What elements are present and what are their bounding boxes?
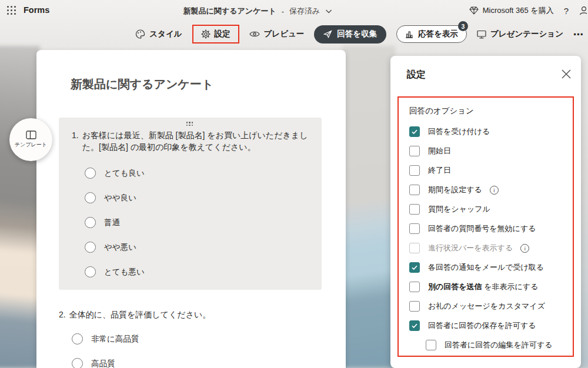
radio-button[interactable] <box>85 168 96 179</box>
preview-button[interactable]: プレビュー <box>249 29 305 39</box>
presentation-label: プレゼンテーション <box>490 29 563 39</box>
settings-label: 設定 <box>215 29 230 39</box>
checkbox-unchecked[interactable] <box>409 165 420 176</box>
radio-option-label: とても良い <box>104 168 145 179</box>
background-photo-middle <box>342 46 395 368</box>
question-2-block[interactable]: 2. 全体的に、品質を評価してください。 非常に高品質高品質 <box>59 307 322 368</box>
palette-icon <box>135 29 145 39</box>
q2-option-0[interactable]: 非常に高品質 <box>72 333 322 344</box>
collect-label: 回答を収集 <box>337 29 377 39</box>
gear-icon <box>201 29 211 39</box>
radio-button[interactable] <box>72 358 83 368</box>
response-options-annotation-box: 回答のオプション 回答を受け付ける開始日終了日期間を設定するi質問をシャッフル回… <box>397 96 574 357</box>
title-separator: - <box>282 7 284 16</box>
radio-button[interactable] <box>85 192 96 203</box>
settings-options-list: 回答を受け付ける開始日終了日期間を設定するi質問をシャッフル回答者の質問番号を無… <box>409 126 564 350</box>
checkmark-icon <box>411 322 418 329</box>
checkbox-unchecked[interactable] <box>409 146 420 156</box>
settings-option-5[interactable]: 回答者の質問番号を無効にする <box>409 223 564 234</box>
buy-microsoft365-button[interactable]: Microsoft 365 を購入 <box>469 5 554 16</box>
info-icon[interactable]: i <box>490 186 499 195</box>
collect-responses-button[interactable]: 回答を収集 <box>314 25 386 44</box>
settings-option-label: 回答者の質問番号を無効にする <box>428 223 536 234</box>
radio-option-label: 高品質 <box>91 359 115 368</box>
settings-option-label: お礼のメッセージをカスタマイズ <box>428 301 545 312</box>
checkbox-unchecked[interactable] <box>409 204 420 215</box>
settings-option-3[interactable]: 期間を設定するi <box>409 185 564 195</box>
top-app-bar: Forms 新製品に関するアンケート - 保存済み Microsoft 365 … <box>0 0 588 21</box>
responses-count-badge: 3 <box>458 21 468 31</box>
app-launcher-waffle-icon[interactable] <box>7 6 16 15</box>
template-layout-icon <box>26 131 36 139</box>
settings-option-label: 終了日 <box>428 165 451 176</box>
question-1-body: お客様には最近、新製品 [製品名] をお買い上げいただきました。[製品名] の最… <box>82 129 309 153</box>
drag-handle-icon[interactable] <box>186 122 195 126</box>
settings-option-4[interactable]: 質問をシャッフル <box>409 204 564 215</box>
q1-option-2[interactable]: 普通 <box>85 217 309 228</box>
checkbox-checked[interactable] <box>409 262 420 273</box>
question-1-block[interactable]: 1. お客様には最近、新製品 [製品名] をお買い上げいただきました。[製品名]… <box>59 118 322 290</box>
settings-option-label: 開始日 <box>428 146 451 156</box>
view-responses-button[interactable]: 応答を表示 3 <box>396 25 467 43</box>
question-2-body: 全体的に、品質を評価してください。 <box>69 309 211 320</box>
question-2-number: 2. <box>59 309 66 320</box>
settings-annotation-box: 設定 <box>192 25 239 44</box>
settings-option-9[interactable]: お礼のメッセージをカスタマイズ <box>409 301 564 312</box>
radio-button[interactable] <box>85 242 96 253</box>
checkbox-unchecked[interactable] <box>409 282 420 292</box>
close-icon[interactable] <box>561 69 572 79</box>
template-fab-button[interactable]: テンプレート <box>9 118 52 161</box>
forms-app-window: Forms 新製品に関するアンケート - 保存済み Microsoft 365 … <box>0 0 588 368</box>
radio-option-label: やや良い <box>104 193 136 203</box>
account-button[interactable] <box>579 5 587 16</box>
form-title[interactable]: 新製品に関するアンケート <box>71 76 213 92</box>
background-photo-left <box>0 46 40 368</box>
q2-option-1[interactable]: 高品質 <box>72 358 322 368</box>
checkbox-checked[interactable] <box>409 320 420 331</box>
bar-chart-icon <box>405 31 413 38</box>
settings-button[interactable]: 設定 <box>201 29 230 39</box>
help-button[interactable]: ? <box>563 6 570 16</box>
form-toolbar: スタイル 設定 <box>0 24 588 44</box>
q1-option-3[interactable]: やや悪い <box>85 242 309 253</box>
settings-option-1[interactable]: 開始日 <box>409 146 564 156</box>
settings-option-6[interactable]: 進行状況バーを表示するi <box>409 243 564 253</box>
q1-option-1[interactable]: やや良い <box>85 192 309 203</box>
radio-button[interactable] <box>85 266 96 277</box>
settings-option-8[interactable]: 別の回答を送信 を非表示にする <box>409 282 564 292</box>
settings-option-label: 期間を設定する <box>428 185 482 195</box>
more-options-button[interactable]: ⋯ <box>573 28 584 41</box>
buy-label: Microsoft 365 を購入 <box>483 5 554 16</box>
question-1-options: とても良いやや良い普通やや悪いとても悪い <box>59 153 322 277</box>
radio-button[interactable] <box>85 217 96 228</box>
radio-option-label: 普通 <box>104 218 120 228</box>
checkmark-icon <box>411 128 418 135</box>
chevron-down-icon <box>325 9 332 14</box>
settings-option-label: 別の回答を送信 を非表示にする <box>428 282 538 292</box>
settings-option-label: 進行状況バーを表示する <box>428 243 513 253</box>
settings-option-10[interactable]: 回答者に回答の保存を許可する <box>409 320 564 331</box>
settings-option-7[interactable]: 各回答の通知をメールで受け取る <box>409 262 564 273</box>
checkbox-unchecked[interactable] <box>409 185 420 195</box>
app-name: Forms <box>24 5 49 15</box>
radio-button[interactable] <box>72 333 83 344</box>
radio-option-label: やや悪い <box>104 242 136 253</box>
checkbox-unchecked[interactable] <box>426 340 436 350</box>
settings-panel-title: 設定 <box>407 69 426 81</box>
presentation-button[interactable]: プレゼンテーション <box>477 29 563 39</box>
settings-option-11[interactable]: 回答者に回答の編集を許可する <box>426 340 564 350</box>
document-title-bar[interactable]: 新製品に関するアンケート - 保存済み <box>183 6 332 16</box>
settings-option-0[interactable]: 回答を受け付ける <box>409 126 564 137</box>
checkbox-unchecked[interactable] <box>409 223 420 234</box>
style-label: スタイル <box>149 29 182 39</box>
q1-option-0[interactable]: とても良い <box>85 168 309 179</box>
checkbox-unchecked[interactable] <box>409 301 420 312</box>
q1-option-4[interactable]: とても悪い <box>85 266 309 277</box>
info-icon[interactable]: i <box>520 244 529 253</box>
question-2-text: 2. 全体的に、品質を評価してください。 <box>59 307 322 320</box>
settings-option-2[interactable]: 終了日 <box>409 165 564 176</box>
checkbox-checked[interactable] <box>409 126 420 137</box>
style-button[interactable]: スタイル <box>135 29 182 39</box>
document-title: 新製品に関するアンケート <box>183 6 276 16</box>
checkbox-unchecked[interactable] <box>409 243 420 253</box>
